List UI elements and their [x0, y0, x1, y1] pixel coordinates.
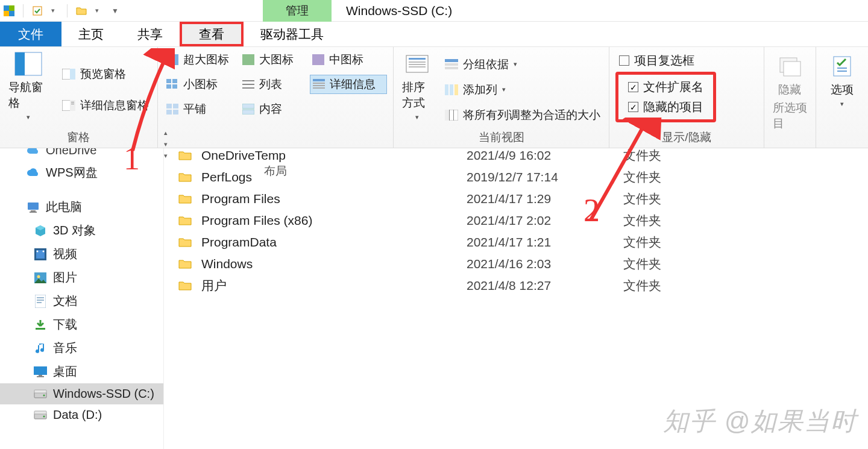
- file-row[interactable]: 用户2021/4/8 12:27文件夹: [164, 275, 868, 297]
- svg-rect-11: [71, 104, 74, 104]
- tree-item-label: 图片: [53, 269, 77, 286]
- tree-item[interactable]: OneDrive: [0, 148, 163, 161]
- checkbox-hidden-items[interactable]: ✓ 隐藏的项目: [624, 97, 707, 117]
- layout-content[interactable]: 内容: [240, 100, 306, 118]
- group-label-showhide: 显示/隐藏: [615, 128, 757, 146]
- folder-icon: [178, 280, 193, 291]
- chevron-down-icon: ▾: [502, 86, 506, 93]
- small-icons-icon: [166, 79, 178, 90]
- tree-item[interactable]: 下载: [0, 313, 163, 336]
- details-pane-button[interactable]: 详细信息窗格: [60, 96, 151, 115]
- svg-rect-63: [37, 297, 44, 298]
- thumb-icon: [312, 54, 324, 65]
- layout-xl-icons[interactable]: 超大图标: [164, 51, 236, 69]
- tab-share[interactable]: 共享: [121, 22, 180, 46]
- cube-icon: [34, 224, 47, 237]
- group-by-button[interactable]: 分组依据 ▾: [442, 55, 603, 74]
- quick-access-toolbar: ▾ ▾ ▼: [0, 4, 124, 17]
- svg-point-74: [43, 415, 45, 417]
- qat-customise-icon[interactable]: ▼: [110, 5, 121, 16]
- hide-selected-button[interactable]: 隐藏 所选项目: [770, 53, 810, 131]
- tab-home[interactable]: 主页: [61, 22, 121, 46]
- add-columns-button[interactable]: 添加列 ▾: [442, 81, 603, 99]
- file-row[interactable]: Program Files (x86)2021/4/17 2:02文件夹: [164, 210, 868, 231]
- layout-details[interactable]: 详细信息: [310, 75, 387, 94]
- annotation-box-2: ✓ 文件扩展名 ✓ 隐藏的项目: [615, 72, 716, 122]
- layout-s-icons[interactable]: 小图标: [164, 75, 236, 94]
- drive-icon: [34, 388, 47, 401]
- svg-rect-1: [9, 5, 14, 11]
- scroll-up-icon[interactable]: ▴: [164, 129, 168, 137]
- tab-file[interactable]: 文件: [0, 22, 61, 46]
- file-row[interactable]: Program Files2021/4/17 1:29文件夹: [164, 188, 868, 210]
- details-pane-icon: [62, 100, 75, 111]
- layout-tiles[interactable]: 平铺: [164, 100, 236, 118]
- properties-icon[interactable]: [32, 5, 43, 16]
- svg-rect-36: [409, 64, 426, 65]
- chevron-down-icon[interactable]: ▾: [48, 5, 58, 16]
- tree-item[interactable]: 此电脑: [0, 195, 163, 219]
- svg-point-58: [37, 250, 39, 252]
- folder-icon[interactable]: [76, 5, 87, 16]
- options-button[interactable]: 选项 ▾: [822, 53, 862, 108]
- tree-item[interactable]: 3D 对象: [0, 219, 163, 242]
- svg-rect-42: [450, 84, 453, 95]
- sort-by-button[interactable]: 排序方式 ▾: [400, 51, 434, 128]
- checkbox-item-checkboxes[interactable]: 项目复选框: [615, 51, 716, 71]
- layout-m-icons[interactable]: 中图标: [310, 51, 387, 69]
- tree-item[interactable]: 图片: [0, 266, 163, 289]
- tree-item[interactable]: Windows-SSD (C:): [0, 383, 163, 404]
- ribbon-group-layout: 超大图标 大图标 中图标 小图标 列表 详细信息 平铺 内容 ▴ ▾ ▾ 布局: [158, 47, 394, 148]
- size-all-columns-button[interactable]: 将所有列调整为合适的大小: [442, 106, 603, 124]
- context-tab-manage[interactable]: 管理: [263, 0, 332, 22]
- svg-rect-50: [834, 57, 851, 76]
- svg-rect-49: [784, 61, 800, 76]
- file-row[interactable]: PerfLogs2019/12/7 17:14文件夹: [164, 166, 868, 188]
- file-row[interactable]: Windows2021/4/16 2:03文件夹: [164, 253, 868, 275]
- window-title: Windows-SSD (C:): [346, 4, 452, 18]
- add-columns-icon: [445, 84, 458, 95]
- layout-l-icons[interactable]: 大图标: [240, 51, 306, 69]
- chevron-down-icon[interactable]: ▾: [92, 5, 102, 16]
- svg-rect-12: [166, 54, 178, 65]
- file-name: ProgramData: [201, 235, 467, 250]
- svg-rect-43: [454, 84, 458, 95]
- music-icon: [34, 342, 47, 355]
- tree-item[interactable]: 音乐: [0, 336, 163, 360]
- preview-pane-button[interactable]: 预览窗格: [60, 65, 151, 83]
- svg-rect-64: [37, 300, 44, 301]
- file-date: 2021/4/17 1:29: [467, 192, 623, 206]
- svg-rect-18: [166, 84, 171, 89]
- file-date: 2021/4/8 12:27: [467, 278, 623, 293]
- folder-icon: [178, 193, 193, 204]
- tab-view[interactable]: 查看: [180, 22, 244, 46]
- tree-item[interactable]: 视频: [0, 242, 163, 266]
- tree-item[interactable]: 桌面: [0, 360, 163, 383]
- tree-item[interactable]: Data (D:): [0, 404, 163, 425]
- tree-item-label: 此电脑: [46, 199, 82, 215]
- file-row[interactable]: ProgramData2021/4/17 1:21文件夹: [164, 231, 868, 253]
- tree-item[interactable]: WPS网盘: [0, 161, 163, 184]
- layout-list[interactable]: 列表: [240, 75, 306, 94]
- file-type: 文件夹: [623, 212, 661, 229]
- checkbox-file-extensions[interactable]: ✓ 文件扩展名: [624, 77, 707, 97]
- svg-rect-29: [166, 110, 172, 115]
- navigation-pane-icon: [14, 51, 43, 77]
- chevron-down-icon: ▾: [514, 60, 517, 68]
- svg-rect-3: [33, 7, 42, 15]
- tab-drive-tools[interactable]: 驱动器工具: [244, 22, 341, 46]
- tree-item-label: 音乐: [53, 340, 77, 356]
- list-icon: [242, 79, 254, 90]
- svg-rect-75: [34, 411, 46, 414]
- file-type: 文件夹: [623, 190, 661, 207]
- svg-rect-55: [30, 212, 37, 213]
- tree-item[interactable]: 文档: [0, 289, 163, 313]
- navigation-pane-button[interactable]: 导航窗格 ▾: [6, 51, 51, 128]
- svg-rect-47: [453, 110, 454, 121]
- svg-rect-35: [409, 61, 426, 63]
- navigation-tree[interactable]: OneDriveWPS网盘此电脑3D 对象视频图片文档下载音乐桌面Windows…: [0, 148, 164, 449]
- svg-rect-26: [313, 87, 325, 89]
- file-list[interactable]: OneDriveTemp2021/4/9 16:02文件夹PerfLogs201…: [164, 148, 868, 449]
- file-row[interactable]: OneDriveTemp2021/4/9 16:02文件夹: [164, 145, 868, 166]
- download-icon: [34, 318, 47, 331]
